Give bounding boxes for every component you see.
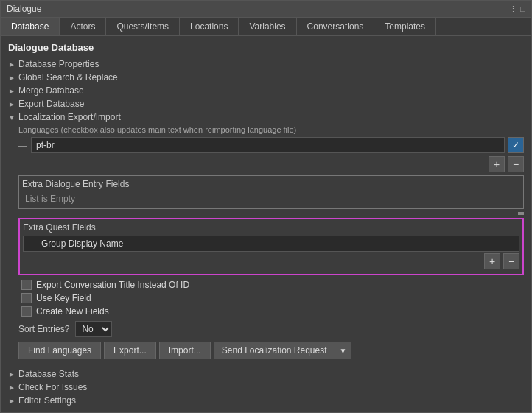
db-props-label: Database Properties [18, 59, 99, 69]
sidebar-item-merge-db[interactable]: Merge Database [8, 84, 524, 97]
create-new-fields-row: Create New Fields [21, 305, 524, 318]
import-button[interactable]: Import... [159, 342, 211, 359]
extra-dialogue-label: Extra Dialogue Entry Fields [22, 179, 520, 189]
export-button[interactable]: Export... [104, 342, 156, 359]
languages-hint: Languages (checkbox also updates main te… [18, 125, 524, 134]
add-quest-field-button[interactable]: + [484, 253, 500, 269]
extra-dialogue-fields-box: Extra Dialogue Entry Fields List is Empt… [18, 175, 524, 209]
tab-conversations[interactable]: Conversations [297, 18, 375, 35]
title-bar: Dialogue ⋮ □ [1, 1, 531, 18]
bottom-title: Dialogue Database [8, 407, 524, 412]
quest-field-name: Group Display Name [41, 239, 123, 249]
sidebar-item-editor-settings[interactable]: Editor Settings [8, 394, 524, 407]
language-checkbox[interactable]: ✓ [508, 137, 524, 153]
send-localization-arrow[interactable]: ▼ [335, 342, 352, 359]
tab-locations[interactable]: Locations [180, 18, 239, 35]
language-dash: — [18, 141, 27, 149]
extra-quest-label: Extra Quest Fields [23, 222, 519, 233]
export-db-label: Export Database [18, 99, 84, 109]
use-key-field-checkbox[interactable] [21, 293, 32, 303]
triangle-icon [8, 87, 15, 95]
quest-field-item: — Group Display Name [23, 236, 519, 252]
tab-bar: Database Actors Quests/Items Locations V… [1, 18, 531, 36]
sidebar-item-global-search[interactable]: Global Search & Replace [8, 71, 524, 84]
localization-label: Localization Export/Import [18, 112, 121, 122]
export-conv-title-checkbox[interactable] [21, 280, 32, 290]
merge-db-label: Merge Database [18, 85, 84, 96]
triangle-icon [8, 60, 15, 68]
window-title: Dialogue [7, 4, 41, 14]
empty-list-label: List is Empty [22, 192, 520, 205]
triangle-icon [8, 370, 15, 378]
use-key-field-label: Use Key Field [36, 293, 91, 303]
scroll-indicator [18, 212, 524, 215]
use-key-field-row: Use Key Field [21, 292, 524, 305]
tab-variables[interactable]: Variables [239, 18, 296, 35]
editor-settings-label: Editor Settings [18, 395, 76, 406]
language-input[interactable] [31, 137, 505, 153]
create-new-fields-checkbox[interactable] [21, 306, 32, 317]
main-window: Dialogue ⋮ □ Database Actors Quests/Item… [0, 0, 532, 413]
scrollbar-thumb[interactable] [518, 212, 524, 215]
tab-actors[interactable]: Actors [60, 18, 106, 35]
send-localization-button[interactable]: Send Localization Request [214, 342, 335, 359]
localization-buttons: Find Languages Export... Import... Send … [18, 342, 524, 359]
tab-templates[interactable]: Templates [374, 18, 436, 35]
create-new-fields-label: Create New Fields [36, 306, 109, 317]
sidebar-item-check-issues[interactable]: Check For Issues [8, 381, 524, 394]
triangle-icon [8, 397, 15, 405]
bottom-section: Database Stats Check For Issues Editor S… [8, 367, 524, 407]
section-title: Dialogue Database [8, 42, 524, 53]
db-stats-label: Database Stats [18, 369, 79, 379]
maximize-icon[interactable]: □ [520, 4, 525, 13]
triangle-icon [8, 74, 15, 82]
language-add-remove: + − [18, 156, 524, 172]
find-languages-button[interactable]: Find Languages [18, 342, 101, 359]
export-conv-title-row: Export Conversation Title Instead Of ID [21, 278, 524, 292]
divider [8, 364, 524, 364]
send-localization-dropdown: Send Localization Request ▼ [214, 342, 352, 359]
sort-entries-row: Sort Entries? No Yes [18, 321, 524, 337]
quest-field-add-remove: + − [23, 253, 519, 269]
title-bar-left: Dialogue [7, 4, 41, 14]
tab-quests[interactable]: Quests/Items [106, 18, 180, 35]
field-dash: — [28, 239, 37, 249]
remove-language-button[interactable]: − [508, 156, 524, 172]
triangle-icon [8, 113, 15, 121]
sidebar-item-db-stats[interactable]: Database Stats [8, 367, 524, 381]
sidebar-item-db-props[interactable]: Database Properties [8, 57, 524, 71]
sidebar-item-localization[interactable]: Localization Export/Import [8, 110, 524, 124]
title-bar-icons: ⋮ □ [509, 4, 525, 14]
language-row: — ✓ [18, 137, 524, 153]
triangle-icon [8, 384, 15, 392]
localization-content: Languages (checkbox also updates main te… [8, 125, 524, 359]
global-search-label: Global Search & Replace [18, 72, 118, 82]
extra-quest-fields-box: Extra Quest Fields — Group Display Name … [18, 218, 524, 275]
sort-entries-select[interactable]: No Yes [75, 321, 112, 337]
remove-quest-field-button[interactable]: − [503, 253, 519, 269]
triangle-icon [8, 100, 15, 108]
sidebar-item-export-db[interactable]: Export Database [8, 97, 524, 110]
menu-icon[interactable]: ⋮ [509, 4, 517, 14]
tab-database[interactable]: Database [1, 18, 60, 35]
sort-entries-label: Sort Entries? [18, 324, 69, 334]
export-conv-title-label: Export Conversation Title Instead Of ID [36, 280, 189, 290]
main-content: Dialogue Database Database Properties Gl… [1, 36, 531, 412]
add-language-button[interactable]: + [489, 156, 505, 172]
check-issues-label: Check For Issues [18, 382, 87, 392]
